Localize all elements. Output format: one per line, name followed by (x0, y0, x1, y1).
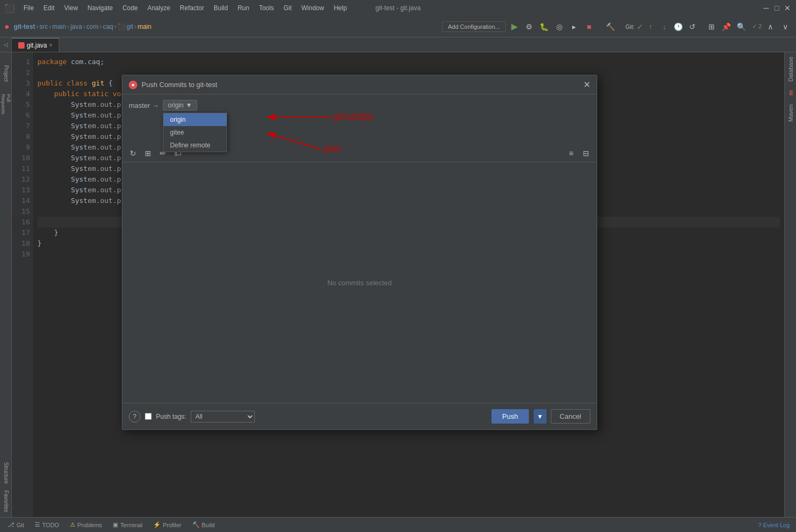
breadcrumb-java[interactable]: java (71, 23, 82, 30)
git-badge: ✓ 2 (752, 23, 762, 30)
push-tags-select[interactable]: All (191, 411, 255, 423)
menu-window[interactable]: Window (297, 3, 329, 13)
breadcrumb-sep3: › (67, 23, 69, 30)
close-button[interactable]: ✕ (783, 4, 792, 12)
sidebar-database-panel[interactable]: Database (786, 52, 795, 86)
sidebar-maven-panel[interactable]: Maven (786, 100, 795, 126)
breadcrumb-sep4: › (83, 23, 85, 30)
remote-selected-text: origin (168, 101, 183, 109)
bottom-tab-todo-label: TODO (42, 522, 59, 528)
menu-refactor[interactable]: Refactor (176, 3, 208, 13)
layout-button[interactable]: ⊞ (705, 20, 718, 33)
breadcrumb-com[interactable]: com (87, 23, 99, 30)
dialog-footer: ? Push tags: All Push ▼ Cancel (122, 403, 597, 429)
menu-help[interactable]: Help (330, 3, 352, 13)
align-icon[interactable]: ≡ (565, 147, 578, 160)
breadcrumb-caq[interactable]: caq (103, 23, 113, 30)
breadcrumb-src[interactable]: src (40, 23, 48, 30)
svg-text:github地址: github地址 (333, 112, 374, 121)
remote-prefix: master → (129, 101, 159, 109)
push-button-label: Push (502, 412, 518, 420)
menu-analyze[interactable]: Analyze (143, 3, 175, 13)
stop-button[interactable]: ■ (583, 20, 596, 33)
filter-icon[interactable]: ⊟ (580, 147, 592, 160)
breadcrumb-sep2: › (49, 23, 51, 30)
add-configuration-button[interactable]: Add Configuration... (442, 21, 505, 32)
git-revert-button[interactable]: ↺ (686, 20, 699, 33)
dialog-title-text: Push Commits to git-test (142, 81, 579, 89)
build-button[interactable]: 🔨 (604, 20, 617, 33)
remote-dropdown-menu: origin gitee Define remote (163, 113, 227, 152)
tab-bar: ◁ git.java × (0, 37, 796, 52)
menu-build[interactable]: Build (209, 3, 232, 13)
minimize-button[interactable]: ─ (762, 4, 770, 12)
git-update-button[interactable]: ↑ (644, 20, 657, 33)
breadcrumb: git-test › src › main › java › com › caq… (14, 23, 152, 30)
expand-down-icon[interactable]: ∨ (779, 20, 792, 33)
tab-git-java[interactable]: git.java × (12, 38, 59, 52)
bottom-tab-git-label: Git (17, 522, 24, 528)
search-button[interactable]: 🔍 (735, 20, 748, 33)
menu-git[interactable]: Git (279, 3, 296, 13)
breadcrumb-git-icon: ⬛ (118, 23, 126, 30)
menu-view[interactable]: View (60, 3, 82, 13)
push-dropdown-button[interactable]: ▼ (534, 409, 547, 424)
breadcrumb-git[interactable]: git (127, 23, 134, 30)
menu-code[interactable]: Code (118, 3, 142, 13)
bottom-bar: ⎇ Git ☰ TODO ⚠ Problems ▣ Terminal ⚡ Pro… (0, 517, 796, 532)
right-sidebar: Database m Maven (784, 52, 796, 517)
push-tags-checkbox[interactable] (145, 413, 152, 420)
expand-up-icon[interactable]: ∧ (764, 20, 777, 33)
project-sidebar-toggle[interactable]: ◁ (4, 42, 8, 48)
profile-button[interactable]: ▸ (568, 20, 581, 33)
maximize-button[interactable]: □ (772, 4, 781, 12)
tab-close-icon[interactable]: × (49, 42, 52, 48)
no-commits-area: No commits selected (122, 162, 597, 403)
dropdown-arrow-icon: ▼ (186, 101, 192, 109)
problems-icon: ⚠ (70, 521, 75, 528)
app-logo-icon: ⬛ (4, 3, 15, 13)
breadcrumb-main[interactable]: main (52, 23, 66, 30)
dialog-close-button[interactable]: ✕ (583, 80, 590, 90)
push-button[interactable]: Push (491, 409, 529, 424)
bottom-tab-git[interactable]: ⎇ Git (4, 520, 27, 529)
title-bar-left: ⬛ File Edit View Navigate Code Analyze R… (4, 3, 351, 13)
git-check-icon: ✓ (637, 22, 643, 31)
remote-dropdown-button[interactable]: origin ▼ (163, 100, 197, 111)
menu-edit[interactable]: Edit (39, 3, 59, 13)
dropdown-item-gitee[interactable]: gitee (163, 126, 227, 139)
help-button[interactable]: ? (129, 411, 141, 423)
menu-tools[interactable]: Tools (255, 3, 278, 13)
git-label: Git: (626, 24, 635, 30)
bottom-tab-profiler[interactable]: ⚡ Profiler (150, 520, 185, 529)
debug-button[interactable]: 🐛 (538, 20, 551, 33)
breadcrumb-project[interactable]: git-test (14, 23, 35, 30)
menu-run[interactable]: Run (233, 3, 254, 13)
refresh-icon[interactable]: ↻ (127, 147, 139, 160)
breadcrumb-sep6: › (114, 23, 116, 30)
git-branch-icon: ⎇ (7, 521, 14, 528)
terminal-icon: ▣ (113, 521, 118, 528)
sidebar-m-panel[interactable]: m (786, 86, 795, 100)
git-push-button[interactable]: ↓ (658, 20, 671, 33)
cancel-button[interactable]: Cancel (551, 409, 590, 424)
bottom-tab-terminal[interactable]: ▣ Terminal (110, 520, 146, 529)
bottom-tab-todo[interactable]: ☰ TODO (32, 520, 63, 529)
menu-navigate[interactable]: Navigate (83, 3, 117, 13)
left-sidebar: Project Pull Requests Structure Favorite… (0, 52, 12, 517)
breadcrumb-method[interactable]: main (137, 23, 151, 30)
bottom-tab-build[interactable]: 🔨 Build (189, 520, 218, 529)
dropdown-item-origin[interactable]: origin (163, 113, 227, 126)
run-button[interactable]: ▶ (508, 20, 521, 33)
event-log-button[interactable]: ? Event Log (756, 521, 792, 529)
git-history-button[interactable]: 🕐 (672, 20, 685, 33)
dropdown-item-define-remote[interactable]: Define remote (163, 139, 227, 152)
bottom-tab-problems[interactable]: ⚠ Problems (67, 520, 105, 529)
settings-icon[interactable]: ⚙ (523, 20, 536, 33)
bookmark-button[interactable]: 📌 (720, 20, 733, 33)
grid-view-icon[interactable]: ⊞ (142, 147, 154, 160)
push-commits-dialog[interactable]: ● Push Commits to git-test ✕ master → or… (122, 75, 597, 430)
profiler-icon: ⚡ (153, 521, 161, 528)
menu-file[interactable]: File (19, 3, 38, 13)
coverage-button[interactable]: ◎ (553, 20, 566, 33)
